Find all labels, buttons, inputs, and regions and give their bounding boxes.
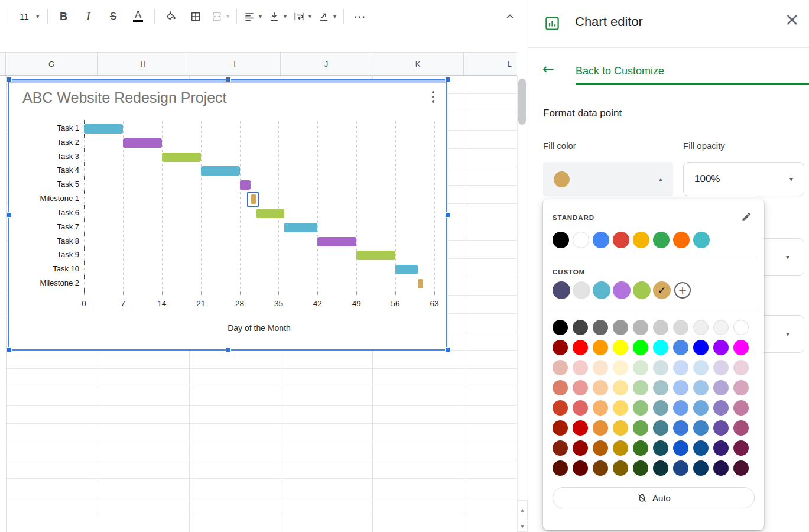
gantt-bar[interactable] <box>240 180 251 190</box>
standard-color-swatch[interactable] <box>633 232 649 248</box>
gantt-bar[interactable] <box>418 279 423 288</box>
close-icon[interactable]: × <box>785 11 800 28</box>
fill-color-dropdown[interactable]: ▴ <box>543 162 673 196</box>
palette-color-swatch[interactable] <box>553 420 568 436</box>
palette-color-swatch[interactable] <box>613 360 628 375</box>
palette-color-swatch[interactable] <box>653 400 668 416</box>
chart-object[interactable]: ABC Website Redesign Project 07142128354… <box>8 79 447 351</box>
add-custom-color-button[interactable]: + <box>674 282 691 299</box>
palette-color-swatch[interactable] <box>693 380 709 395</box>
palette-color-swatch[interactable] <box>553 400 568 416</box>
palette-color-swatch[interactable] <box>673 340 688 355</box>
palette-color-swatch[interactable] <box>553 440 568 456</box>
custom-color-swatch[interactable]: ✓ <box>653 281 671 299</box>
palette-color-swatch[interactable] <box>573 360 588 375</box>
horizontal-align-button[interactable]: ▾ <box>241 6 265 27</box>
custom-color-swatch[interactable] <box>613 281 631 299</box>
palette-color-swatch[interactable] <box>693 460 709 476</box>
palette-color-swatch[interactable] <box>673 320 688 335</box>
palette-color-swatch[interactable] <box>673 460 688 476</box>
text-color-button[interactable]: A <box>126 6 150 27</box>
palette-color-swatch[interactable] <box>733 460 749 476</box>
standard-color-swatch[interactable] <box>593 232 609 248</box>
palette-color-swatch[interactable] <box>653 360 668 375</box>
column-header-J[interactable]: J <box>281 53 372 75</box>
palette-color-swatch[interactable] <box>573 400 588 416</box>
gantt-bar[interactable] <box>201 166 240 176</box>
gantt-bar[interactable] <box>162 153 201 162</box>
column-header-H[interactable]: H <box>98 53 189 75</box>
palette-color-swatch[interactable] <box>613 440 628 456</box>
palette-color-swatch[interactable] <box>613 380 628 395</box>
palette-color-swatch[interactable] <box>573 460 588 476</box>
palette-color-swatch[interactable] <box>713 420 729 436</box>
back-arrow-icon[interactable]: ← <box>542 61 554 77</box>
palette-color-swatch[interactable] <box>693 340 709 355</box>
gantt-bar[interactable] <box>317 237 356 246</box>
palette-color-swatch[interactable] <box>573 340 588 355</box>
font-size-control[interactable]: 11 ▾ <box>12 6 43 27</box>
palette-color-swatch[interactable] <box>733 420 749 436</box>
palette-color-swatch[interactable] <box>633 380 648 395</box>
palette-color-swatch[interactable] <box>693 360 709 375</box>
edit-color-pencil-icon[interactable] <box>741 211 752 224</box>
gantt-bar[interactable] <box>84 124 123 134</box>
fill-opacity-dropdown[interactable]: 100% ▾ <box>683 162 804 196</box>
palette-color-swatch[interactable] <box>713 440 729 456</box>
palette-color-swatch[interactable] <box>633 440 648 456</box>
palette-color-swatch[interactable] <box>653 320 668 335</box>
palette-color-swatch[interactable] <box>573 420 588 436</box>
palette-color-swatch[interactable] <box>593 400 608 416</box>
palette-color-swatch[interactable] <box>653 460 668 476</box>
palette-color-swatch[interactable] <box>553 320 568 335</box>
palette-color-swatch[interactable] <box>673 440 688 456</box>
palette-color-swatch[interactable] <box>713 380 729 395</box>
column-header-G[interactable]: G <box>6 53 98 75</box>
palette-color-swatch[interactable] <box>593 360 608 375</box>
palette-color-swatch[interactable] <box>693 440 709 456</box>
palette-color-swatch[interactable] <box>673 420 688 436</box>
palette-color-swatch[interactable] <box>673 380 688 395</box>
palette-color-swatch[interactable] <box>673 400 688 416</box>
custom-color-swatch[interactable] <box>593 281 610 299</box>
palette-color-swatch[interactable] <box>613 340 628 355</box>
custom-color-swatch[interactable] <box>553 281 570 299</box>
palette-color-swatch[interactable] <box>573 380 588 395</box>
custom-color-swatch[interactable] <box>573 281 590 299</box>
more-options-button[interactable]: ⋯ <box>348 6 372 27</box>
palette-color-swatch[interactable] <box>693 320 709 335</box>
palette-color-swatch[interactable] <box>633 400 648 416</box>
palette-color-swatch[interactable] <box>613 460 628 476</box>
palette-color-swatch[interactable] <box>733 360 749 375</box>
palette-color-swatch[interactable] <box>733 320 749 335</box>
palette-color-swatch[interactable] <box>733 400 749 416</box>
gantt-bar[interactable] <box>356 251 395 260</box>
merge-cells-button[interactable]: ▾ <box>209 6 232 27</box>
gantt-bar[interactable] <box>123 138 162 148</box>
gantt-bar[interactable] <box>395 265 418 274</box>
palette-color-swatch[interactable] <box>613 420 628 436</box>
back-to-customize-link[interactable]: Back to Customize <box>576 65 664 77</box>
palette-color-swatch[interactable] <box>593 320 608 335</box>
palette-color-swatch[interactable] <box>593 340 608 355</box>
palette-color-swatch[interactable] <box>633 460 648 476</box>
palette-color-swatch[interactable] <box>573 440 588 456</box>
palette-color-swatch[interactable] <box>593 440 608 456</box>
palette-color-swatch[interactable] <box>633 320 648 335</box>
palette-color-swatch[interactable] <box>733 440 749 456</box>
borders-button[interactable] <box>184 6 207 27</box>
palette-color-swatch[interactable] <box>613 320 628 335</box>
standard-color-swatch[interactable] <box>573 232 589 248</box>
bold-button[interactable]: B <box>52 6 76 27</box>
palette-color-swatch[interactable] <box>553 360 568 375</box>
standard-color-swatch[interactable] <box>613 232 629 248</box>
palette-color-swatch[interactable] <box>573 320 588 335</box>
palette-color-swatch[interactable] <box>713 340 729 355</box>
palette-color-swatch[interactable] <box>593 460 608 476</box>
custom-color-swatch[interactable] <box>633 281 651 299</box>
palette-color-swatch[interactable] <box>713 360 729 375</box>
palette-color-swatch[interactable] <box>693 400 709 416</box>
fill-color-button[interactable] <box>159 6 183 27</box>
gantt-bar[interactable] <box>284 223 317 232</box>
palette-color-swatch[interactable] <box>593 380 608 395</box>
